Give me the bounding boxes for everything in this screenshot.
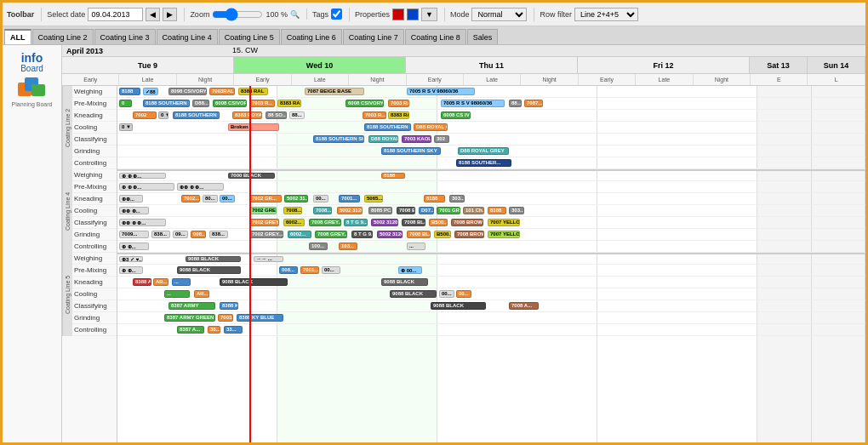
bar-kn-7002-l4[interactable]: 7002... (181, 195, 200, 203)
bar-pm-00c-l5[interactable]: 00... (322, 266, 340, 274)
bar-cool-5002-l4[interactable]: 5002 31200 (337, 207, 363, 214)
tags-checkbox[interactable] (331, 9, 342, 20)
bar-ctrl-8188south-l2[interactable]: 8188 SOUTHER... (456, 159, 511, 167)
bar-pm-l2a[interactable]: 0 (119, 100, 132, 107)
bar-cool-00b-l5[interactable]: 00... (456, 290, 471, 298)
bar-kn-5002-l4[interactable]: 5002 31... (284, 195, 308, 203)
bar-grind-7008grey-l4[interactable]: 7008 GREY... (315, 231, 347, 238)
bar-cool-303b-l4[interactable]: 303... (509, 207, 524, 214)
bar-pm-l5a[interactable]: ⊕ ⊕... (119, 266, 143, 274)
bar-pm-8383-l2[interactable]: 8383 RAL (277, 100, 301, 107)
bar-ctrl-8188-l4b[interactable]: ... (407, 242, 425, 250)
bar-cool-7008b-l4[interactable]: 7008... (313, 207, 332, 214)
bar-ctrl-33-l5[interactable]: 33... (224, 326, 243, 334)
bar-class-b500-l4[interactable]: B500... (429, 219, 448, 226)
bar-pm-l4b[interactable]: ⊕⊕ ⊕ ⊕... (177, 183, 224, 191)
date-prev-button[interactable]: ◀ (146, 8, 160, 21)
bar-cool-9088-l5[interactable]: 9088 BLACK (390, 290, 437, 298)
bar-pm-9088black-l5[interactable]: 9088 BLACK (177, 266, 241, 274)
bar-cl-d88royal-l2[interactable]: D88 ROYAL GREY (368, 135, 398, 143)
bar-kn-80-l4[interactable]: 80... (203, 195, 218, 203)
bar-cool-7002grey-l4[interactable]: 7002 GREY... (249, 207, 277, 214)
bar-kn-8383ral-l2[interactable]: 8383 RA... (388, 111, 409, 119)
bar-gr-d88royal-l2[interactable]: D88 ROYAL GREY (458, 147, 509, 155)
bar-kn-8188sky-l2[interactable]: 8188 SOUTHERN SKY (173, 111, 220, 119)
bar-8383ral-l2[interactable]: 8383 RAL (238, 88, 268, 95)
bar-kn-7001-l4[interactable]: 7001... (339, 195, 360, 203)
bar-kn-303-l4[interactable]: 303... (449, 195, 465, 203)
tab-sales[interactable]: Sales (467, 29, 499, 44)
properties-dropdown[interactable]: ▼ (421, 8, 437, 21)
bar-grind-838b-l4[interactable]: 838... (209, 231, 228, 238)
bar-cl-302-l2[interactable]: 302 (434, 135, 449, 143)
bar-kn-7002grey-l4[interactable]: 7002 GR... (249, 195, 282, 203)
bar-cool-7008bl-l4[interactable]: 7008 B... (397, 207, 415, 214)
bar-cool-ar-l5[interactable]: AR... (194, 290, 209, 298)
bar-ctrl-103-l4[interactable]: 103... (339, 242, 357, 250)
bar-grind-7003-l5[interactable]: 7003... (218, 314, 233, 322)
bar-grind-008-l4[interactable]: 008... (191, 231, 206, 238)
bar-ctrl-l4a[interactable]: ⊕ ⊕... (119, 242, 149, 250)
bar-pm-7003b-l2[interactable]: 7003 RAL (388, 100, 409, 107)
tab-coating-line-5[interactable]: Coating Line 5 (219, 29, 280, 44)
bar-7087beige-l2[interactable]: 7087 BEIGE BASE (305, 88, 364, 95)
bar-pm-00d-l5[interactable]: ⊕ 00... (398, 266, 422, 274)
bar-pm-6008-l2[interactable]: 6008 CSIVORY (345, 100, 384, 107)
bar-grind-7008bl-l4[interactable]: 7008 BLACK (407, 231, 431, 238)
bar-cl-7003kaolin-l2[interactable]: 7003 KAOLIN (402, 135, 431, 143)
bar-class-8tg9-l4[interactable]: 8 T G 9... (344, 219, 368, 226)
bar-cool-101ch-l4[interactable]: 101 Ch... (463, 207, 484, 214)
bar-pm-7087-l2[interactable]: 7087... (524, 100, 543, 107)
bar-kn-7002-l2[interactable]: 7002 (133, 111, 157, 119)
bar-pm-7005-l2[interactable]: 7005 R S V 98060/36 (441, 100, 505, 107)
bar-pm-88b-l2[interactable]: 88... (509, 100, 522, 107)
bar-cl-8188sky-l2[interactable]: 8188 SOUTHERN SKY (313, 135, 364, 143)
bar-kn-8388ar-l5[interactable]: 8388 AR... (133, 278, 151, 286)
bar-w-l4a[interactable]: ⊕ ⊕ ⊕... (119, 173, 166, 180)
bar-cool-d88royal-l2[interactable]: D88 ROYAL GREY (414, 123, 448, 131)
bar-ctrl-8387army-l5[interactable]: 8387 A... (177, 326, 204, 334)
bar-class-l4a[interactable]: ⊕⊕ ⊕ ⊕... (119, 219, 166, 226)
bar-class-8388-l5[interactable]: 8388 K... (220, 302, 238, 310)
bar-kn-88so-l2[interactable]: 88 SO... (266, 111, 287, 119)
bar-grind-7007yel-l4[interactable]: 7007 YELLO... (488, 231, 520, 238)
bar-kn-blue-l5[interactable]: ... (172, 278, 191, 286)
bar-kn-8188-l4b[interactable]: 8188 (424, 195, 445, 203)
bar-kn-d88b-l2[interactable]: 88... (289, 111, 305, 119)
bar-cool-00-l5[interactable]: 00... (439, 290, 454, 298)
tab-coating-line-6[interactable]: Coating Line 6 (281, 29, 342, 44)
bar-kn-00-l4[interactable]: 00... (220, 195, 235, 203)
bar-gr-8188sky-l2[interactable]: 8188 SOUTHERN SKY (381, 147, 441, 155)
bar-class-8387army-l5[interactable]: 8387 ARMY (168, 302, 215, 310)
bar-grind-5002-l4[interactable]: 5002 3120082... (377, 231, 403, 238)
bar-pm-southern-l2[interactable]: 8188 SOUTHERN SKY (143, 100, 190, 107)
row-filter-select[interactable]: Line 2+4+5 All Lines (574, 8, 638, 21)
bar-cool-7001gr-l4[interactable]: 7001 GR... (437, 207, 460, 214)
bar-kn-0v-l2[interactable]: 0 ▼ (158, 111, 168, 119)
tab-coating-line-8[interactable]: Coating Line 8 (405, 29, 466, 44)
bar-w-7000black-l4[interactable]: 7000 BLACK (228, 173, 275, 180)
bar-pm-7003-l2[interactable]: 7003 R... (249, 100, 275, 107)
mode-select[interactable]: Normal Extended (471, 8, 527, 21)
bar-grind-6002-l4[interactable]: 6002... (288, 231, 311, 238)
bar-kn-9088black-l5[interactable]: 9088 BLACK (220, 278, 288, 286)
bar-class-7002grey-l4[interactable]: 7002 GREY... (249, 219, 279, 226)
bar-grind-l4a[interactable]: 7009... (119, 231, 149, 238)
tab-coating-line-2[interactable]: Coating Line 2 (32, 29, 94, 44)
tab-all[interactable]: ALL (4, 29, 31, 44)
bar-w-arrows-l5[interactable]: →→ ... (254, 256, 283, 263)
zoom-slider[interactable] (212, 8, 263, 21)
bar-kn-ar-l5[interactable]: AR... (153, 278, 168, 286)
bar-kn-5065-l4[interactable]: 5065... (364, 195, 383, 203)
tab-coating-line-4[interactable]: Coating Line 4 (157, 29, 218, 44)
bar-grind-838-l4[interactable]: 838... (151, 231, 170, 238)
bar-w-8188-l4[interactable]: 8188 (381, 173, 405, 180)
bar-pm-d88-l2[interactable]: D88... (192, 100, 209, 107)
bar-v88-l2[interactable]: ✓88 (143, 88, 158, 95)
bar-cool-8085-l4[interactable]: 8085 PC... (368, 207, 392, 214)
bar-7003ral-l2a[interactable]: 7003RAL (209, 88, 235, 95)
bar-cool-d07-l4[interactable]: D07... (419, 207, 434, 214)
bar-grind-8387army-l5[interactable]: 8387 ARMY GREEN (164, 314, 215, 322)
bar-w-l5a[interactable]: ⊕3 ✓ ♥... (119, 256, 143, 263)
bar-ctrl-838-l5[interactable]: 38... (208, 326, 220, 334)
